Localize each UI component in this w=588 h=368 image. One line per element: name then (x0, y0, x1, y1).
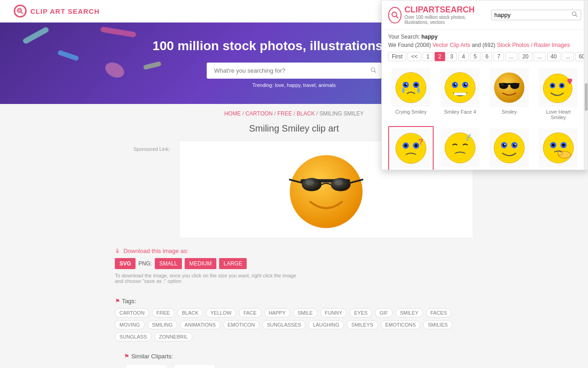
svg-line-14 (374, 71, 376, 73)
photo-link[interactable]: Stock Photos / Raster Images (497, 42, 570, 48)
overlay-body: Your Search: happy We Found (2008) Vecto… (382, 30, 588, 170)
result-item-love-heart[interactable]: Love Heart Smiley (536, 66, 581, 122)
svg-point-63 (572, 12, 576, 16)
tag-yellow[interactable]: YELLOW (206, 308, 236, 317)
tags-header: ⚑ Tags: (115, 298, 473, 305)
page-btn-2[interactable]: 2 (435, 52, 445, 61)
tag-laughing[interactable]: LAUGHING (308, 320, 344, 329)
page-btn-20[interactable]: 20 (519, 52, 532, 61)
similar-item-2[interactable]: Smiley Face (172, 364, 216, 368)
overlay-logo-text: CLIPARTSEARCH (404, 5, 486, 15)
tag-black[interactable]: BLACK (177, 308, 203, 317)
svg-text:?: ? (418, 138, 423, 146)
svg-point-94 (404, 144, 407, 147)
results-grid: Crying Smiley (388, 66, 581, 122)
tag-emoticons[interactable]: EMOTICONS (381, 320, 421, 329)
download-header: ⇓ Download this image as: (115, 247, 473, 254)
breadcrumb-home[interactable]: HOME (224, 110, 241, 117)
svg-point-13 (371, 68, 375, 71)
tag-zonnebril[interactable]: ZONNEBRIL (154, 332, 192, 341)
png-label: PNG: (138, 260, 152, 267)
similar-section: ⚑ Similar Cliparts: (115, 353, 473, 368)
svg-point-101 (494, 133, 525, 163)
format-buttons: SVG PNG: SMALL MEDIUM LARGE (115, 258, 473, 269)
search-info: Your Search: happy (388, 34, 581, 40)
page-btn-[interactable]: ... (505, 52, 517, 61)
tags-section: ⚑ Tags: CARTOONFREEBLACKYELLOWFACEHAPPYS… (106, 298, 482, 341)
download-section: ⇓ Download this image as: SVG PNG: SMALL… (106, 247, 482, 293)
tag-smiley[interactable]: SMILEY (396, 308, 423, 317)
pagination: First<<1234567...20...40...60...>>Last (388, 52, 581, 61)
svg-point-65 (396, 73, 426, 103)
small-button[interactable]: SMALL (155, 258, 182, 269)
page-btn-[interactable]: << (407, 52, 421, 61)
breadcrumb-black[interactable]: BLACK (297, 110, 315, 117)
result-item-crying-smiley[interactable]: Crying Smiley (388, 66, 434, 122)
svg-point-20 (334, 179, 343, 185)
tag-gif[interactable]: GIF (375, 308, 392, 317)
logo[interactable]: CLIP ART SEARCH (14, 5, 100, 17)
tag-smileys[interactable]: SMILEYS (347, 320, 378, 329)
tag-animations[interactable]: ANIMATIONS (180, 320, 220, 329)
result-label-love-heart: Love Heart Smiley (538, 109, 579, 120)
svg-point-71 (402, 88, 405, 93)
page-btn-40[interactable]: 40 (547, 52, 560, 61)
page-btn-6[interactable]: 6 (482, 52, 492, 61)
result-item-thinking[interactable] (536, 126, 581, 170)
svg-point-106 (504, 144, 505, 145)
svg-point-18 (305, 179, 314, 185)
tag-smiling[interactable]: SMILING (147, 320, 177, 329)
svg-button[interactable]: SVG (115, 258, 136, 269)
download-note: To download the image, once you click on… (115, 273, 299, 284)
page-btn-1[interactable]: 1 (423, 52, 433, 61)
tag-face[interactable]: FACE (239, 308, 261, 317)
svg-rect-80 (454, 93, 466, 95)
tag-emoticon[interactable]: EMOTICON (223, 320, 260, 329)
svg-line-64 (576, 15, 577, 17)
result-item-smiley[interactable]: Smiley (486, 66, 532, 122)
tag-funny[interactable]: FUNNY (320, 308, 347, 317)
tag-sunglass[interactable]: SUNGLASS (115, 332, 152, 341)
tag-moving[interactable]: MOVING (115, 320, 145, 329)
breadcrumb-cartoon[interactable]: CARTOON (245, 110, 273, 117)
result-item-sleepy[interactable]: Z z z (437, 126, 483, 170)
tag-free[interactable]: FREE (152, 308, 175, 317)
svg-line-62 (396, 16, 398, 18)
svg-rect-6 (143, 61, 162, 70)
similar-item-1[interactable]: Smiley (124, 364, 168, 368)
scrollbar[interactable] (584, 0, 588, 170)
result-item-smiley-face4[interactable]: Smiley Face 4 (437, 66, 483, 122)
sponsored-label: Sponsored Link: (134, 142, 170, 152)
breadcrumb-free[interactable]: FREE (277, 110, 292, 117)
tag-smile[interactable]: SMILE (293, 308, 317, 317)
page-btn-7[interactable]: 7 (493, 52, 504, 61)
result-item-question[interactable]: ? (388, 126, 434, 170)
vector-link[interactable]: Vector Clip Arts (433, 42, 470, 48)
svg-point-97 (445, 133, 475, 163)
page-btn-4[interactable]: 4 (458, 52, 469, 61)
page-btn-5[interactable]: 5 (470, 52, 481, 61)
hero-search-input[interactable] (207, 63, 381, 79)
scrollbar-thumb[interactable] (585, 83, 588, 111)
large-button[interactable]: LARGE (219, 258, 247, 269)
hero-search-button[interactable] (370, 67, 377, 75)
result-item-normal[interactable] (486, 126, 532, 170)
breadcrumb-current: SMILING SMILEY (319, 110, 364, 117)
svg-text:z: z (469, 133, 471, 136)
tag-happy[interactable]: HAPPY (264, 308, 290, 317)
page-btn-3[interactable]: 3 (447, 52, 457, 61)
tag-smilies[interactable]: SMILIES (423, 320, 452, 329)
result-label-smiley: Smiley (489, 109, 530, 115)
tag-sunglasses[interactable]: SUNGLASSES (262, 320, 306, 329)
page-btn-First[interactable]: First (388, 52, 406, 61)
result-label-crying: Crying Smiley (390, 109, 431, 115)
tag-faces[interactable]: FACES (426, 308, 452, 317)
tag-cartoon[interactable]: CARTOON (115, 308, 149, 317)
tag-eyes[interactable]: EYES (350, 308, 372, 317)
page-btn-[interactable]: ... (534, 52, 546, 61)
overlay-search-input[interactable] (494, 12, 571, 18)
results-grid-2: ? Z z z (388, 126, 581, 170)
medium-button[interactable]: MEDIUM (185, 258, 216, 269)
page-btn-[interactable]: ... (562, 52, 574, 61)
overlay-search-button[interactable] (571, 11, 578, 19)
